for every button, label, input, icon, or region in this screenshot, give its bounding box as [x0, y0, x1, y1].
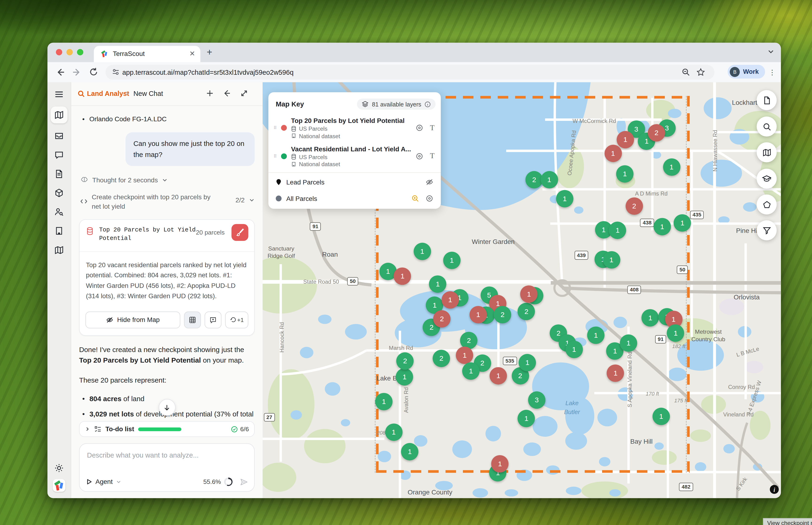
tab-close-icon[interactable]: ✕ — [189, 49, 195, 58]
map-marker[interactable]: 1 — [519, 354, 536, 371]
eye-off-icon[interactable] — [426, 178, 433, 186]
map-marker[interactable]: 1 — [616, 165, 634, 182]
map-layers-icon[interactable] — [54, 245, 64, 255]
map-marker[interactable]: 1 — [617, 131, 634, 148]
visibility-icon[interactable] — [426, 195, 433, 202]
visibility-icon[interactable] — [416, 124, 424, 132]
back-icon[interactable] — [55, 67, 65, 77]
browser-menu-icon[interactable]: ⋮ — [769, 69, 776, 77]
map-marker[interactable]: 1 — [443, 252, 460, 269]
comment-button[interactable] — [205, 311, 221, 328]
map-marker[interactable]: 1 — [674, 214, 691, 231]
available-layers-button[interactable]: 81 available layers — [357, 99, 435, 109]
map-marker[interactable]: 1 — [385, 423, 402, 441]
drag-handle-icon[interactable]: ⠿ — [274, 127, 279, 129]
chevron-down-icon[interactable] — [249, 197, 255, 203]
bookmark-star-icon[interactable] — [697, 68, 705, 76]
map-canvas[interactable]: W McCormick RdState Road 50Marsh RdConro… — [263, 82, 781, 498]
table-view-button[interactable] — [184, 311, 201, 328]
menu-icon[interactable] — [54, 90, 64, 99]
map-marker[interactable]: 1 — [414, 243, 431, 260]
chat-input[interactable] — [86, 451, 250, 460]
new-tab-button[interactable]: + — [207, 47, 212, 58]
all-parcels-row[interactable]: All Parcels — [268, 190, 441, 207]
new-chat-plus-icon[interactable] — [206, 89, 214, 97]
forward-icon[interactable] — [72, 67, 82, 77]
search-fab[interactable] — [757, 117, 777, 137]
tool-call-row[interactable]: Create checkpoint with top 20 parcels by… — [80, 193, 255, 211]
map-marker[interactable]: 1 — [604, 145, 622, 162]
map-marker[interactable]: 1 — [663, 159, 680, 176]
zoom-out-icon[interactable] — [682, 68, 690, 76]
expand-panel-icon[interactable] — [240, 89, 249, 97]
terrascout-logo[interactable] — [53, 479, 65, 492]
map-marker[interactable]: 2 — [433, 310, 451, 328]
map-marker[interactable]: 2 — [518, 303, 535, 320]
map-marker[interactable]: 1 — [587, 327, 605, 344]
filter-fab[interactable] — [757, 221, 777, 240]
browser-tab[interactable]: TerraScout ✕ — [94, 46, 200, 62]
back-arrow-icon[interactable] — [222, 89, 231, 97]
chevron-right-icon[interactable] — [85, 426, 90, 432]
play-icon[interactable] — [86, 479, 92, 485]
map-marker[interactable]: 1 — [442, 291, 459, 309]
draw-polygon-fab[interactable] — [757, 195, 777, 214]
scroll-to-bottom-button[interactable] — [159, 399, 175, 416]
map-marker[interactable]: 2 — [625, 197, 643, 215]
send-icon[interactable] — [240, 478, 248, 486]
site-settings-icon[interactable] — [112, 68, 120, 76]
map-marker[interactable]: 1 — [556, 190, 573, 207]
map-marker[interactable]: 1 — [620, 334, 637, 351]
layer-row[interactable]: ⠿ Vacant Residential Land - Lot Yield A.… — [268, 142, 441, 170]
map-marker[interactable]: 1 — [462, 363, 479, 380]
map-marker[interactable]: 2 — [526, 171, 543, 188]
label-toggle-icon[interactable]: T — [430, 124, 434, 132]
chevron-down-icon[interactable] — [162, 177, 168, 183]
thought-row[interactable]: Thought for 2 seconds — [80, 176, 255, 184]
basemap-fab[interactable] — [757, 142, 777, 162]
chevron-down-icon[interactable] — [116, 479, 121, 484]
files-fab[interactable] — [757, 90, 777, 110]
map-marker[interactable]: 1 — [652, 407, 670, 425]
mode-selector[interactable]: Agent — [95, 478, 113, 485]
map-marker[interactable]: 1 — [667, 324, 684, 342]
building-icon[interactable] — [54, 226, 64, 236]
map-marker[interactable]: 1 — [565, 341, 583, 358]
map-attribution-info-button[interactable]: i — [770, 485, 779, 494]
map-marker[interactable]: 2 — [648, 124, 665, 142]
lead-parcels-row[interactable]: Lead Parcels — [268, 174, 441, 190]
map-marker[interactable]: 3 — [528, 391, 545, 409]
map-marker[interactable]: 2 — [433, 350, 450, 367]
inbox-icon[interactable] — [54, 131, 64, 140]
style-paintbrush-button[interactable] — [232, 224, 249, 241]
document-icon[interactable] — [54, 169, 64, 179]
map-marker[interactable]: 1 — [396, 368, 413, 386]
map-marker[interactable]: 1 — [429, 275, 446, 292]
reload-icon[interactable] — [89, 67, 99, 77]
map-marker[interactable]: 1 — [491, 455, 509, 472]
map-marker[interactable]: 1 — [394, 268, 411, 285]
map-marker[interactable]: 1 — [607, 365, 624, 382]
map-marker[interactable]: 1 — [470, 306, 487, 324]
close-window-button[interactable] — [56, 49, 62, 56]
visibility-icon[interactable] — [416, 152, 424, 160]
person-search-icon[interactable] — [54, 207, 64, 216]
map-marker[interactable]: 1 — [375, 393, 393, 410]
learn-fab[interactable] — [757, 169, 777, 189]
browser-profile-chip[interactable]: B Work — [728, 65, 765, 78]
map-marker[interactable]: 1 — [456, 346, 473, 364]
zoom-to-layer-icon[interactable] — [411, 195, 419, 202]
hide-from-map-button[interactable]: Hide from Map — [85, 311, 180, 328]
map-marker[interactable]: 1 — [641, 309, 659, 327]
url-text[interactable]: app.terrascout.ai/map?chatId=sr5t3xl1tvd… — [122, 68, 293, 76]
breadcrumb-agent[interactable]: Land Analyst — [87, 90, 129, 97]
theme-sun-icon[interactable] — [54, 463, 64, 472]
map-marker[interactable]: 1 — [653, 218, 671, 235]
history-button[interactable]: +1 — [225, 311, 249, 328]
drag-handle-icon[interactable]: ⠿ — [274, 155, 279, 157]
todo-list-bar[interactable]: To-do list 6/6 — [79, 421, 255, 437]
map-marker[interactable]: 1 — [541, 171, 558, 188]
minimize-window-button[interactable] — [67, 49, 73, 56]
info-icon[interactable] — [425, 101, 431, 107]
map-marker[interactable]: 1 — [401, 443, 418, 460]
